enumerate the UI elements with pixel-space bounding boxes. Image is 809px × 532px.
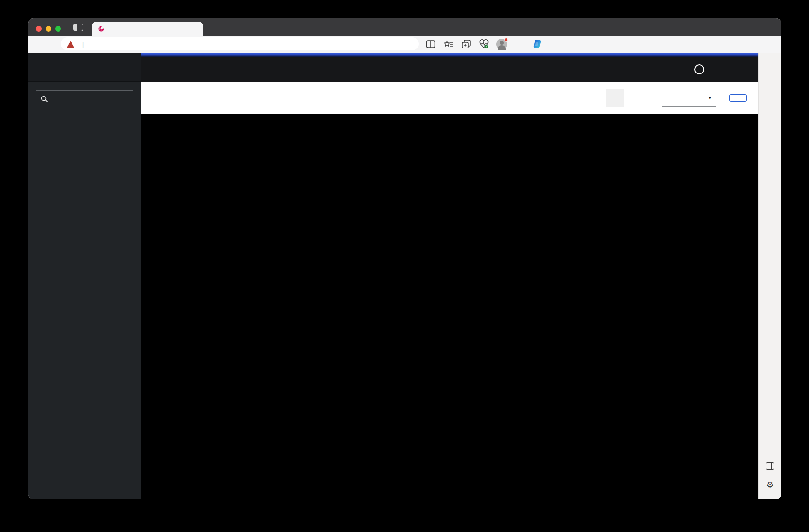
sidebar-divider <box>763 451 777 451</box>
tab-actions-icon[interactable] <box>73 24 83 31</box>
window-controls <box>28 26 68 36</box>
browser-toolbar: | <box>28 36 781 53</box>
font-size-stepper <box>589 89 642 107</box>
font-size-value <box>606 89 624 107</box>
appearance-select[interactable]: ▾ <box>662 89 716 107</box>
edge-sidebar: ⚙ <box>758 53 781 499</box>
font-size-decrease-button[interactable] <box>589 89 606 107</box>
chevron-down-icon: ▾ <box>708 95 711 101</box>
host-switcher[interactable] <box>28 53 141 82</box>
cockpit-masthead <box>141 57 758 82</box>
tab-strip <box>28 18 781 36</box>
profile-avatar[interactable] <box>495 38 509 50</box>
not-secure-warning-icon <box>67 41 74 48</box>
administrative-access-button[interactable] <box>658 57 682 82</box>
browser-tab[interactable] <box>92 22 203 36</box>
close-window-button[interactable] <box>36 26 42 32</box>
collections-icon[interactable] <box>459 38 473 50</box>
search-icon <box>41 96 48 103</box>
sidebar-settings-icon[interactable]: ⚙ <box>761 475 780 495</box>
cockpit-sidebar <box>28 53 141 499</box>
debian-favicon-icon <box>97 25 105 33</box>
terminal-screen[interactable] <box>141 114 758 499</box>
search-input[interactable] <box>36 90 133 108</box>
session-menu-button[interactable] <box>725 57 758 82</box>
favorites-icon[interactable] <box>441 38 456 50</box>
font-size-increase-button[interactable] <box>624 89 642 107</box>
terminal-toolbar: ▾ <box>141 82 758 114</box>
zoom-window-button[interactable] <box>55 26 61 32</box>
browser-window: | <box>28 18 781 499</box>
address-bar[interactable]: | <box>61 37 419 50</box>
browser-essentials-icon[interactable] <box>477 38 491 50</box>
copilot-icon[interactable] <box>530 38 544 50</box>
help-menu-button[interactable] <box>682 57 725 82</box>
sidebar-panel-icon[interactable] <box>761 456 780 475</box>
split-screen-icon[interactable] <box>423 38 438 50</box>
minimize-window-button[interactable] <box>46 26 51 32</box>
settings-more-icon[interactable] <box>512 38 527 50</box>
reset-button[interactable] <box>729 94 747 102</box>
help-icon <box>694 64 704 74</box>
address-separator: | <box>82 41 84 48</box>
masthead-accent-bar <box>141 53 758 57</box>
